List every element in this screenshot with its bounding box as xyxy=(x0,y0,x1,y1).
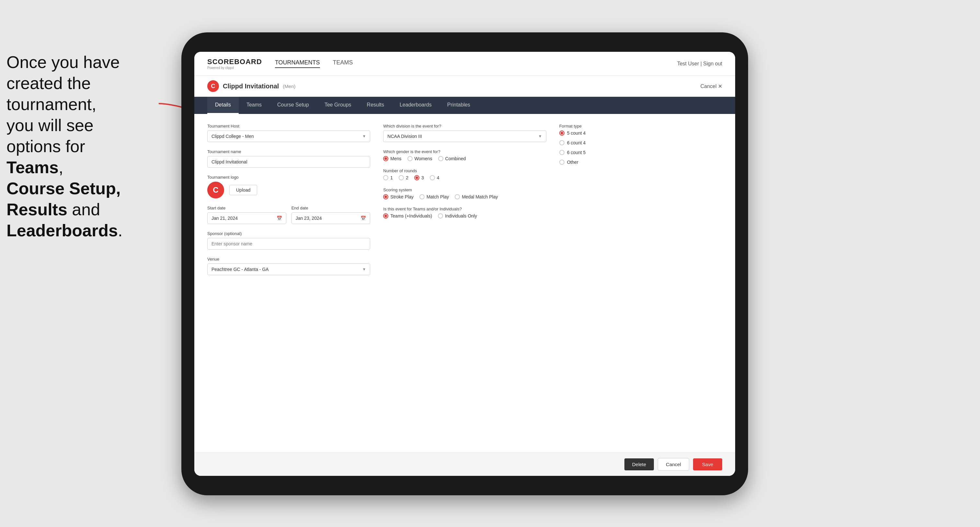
gender-combined-radio[interactable] xyxy=(438,156,443,161)
field-tournament-logo: Tournament logo C Upload xyxy=(207,175,370,198)
gender-mens-label: Mens xyxy=(390,156,401,161)
scoring-radio-group: Stroke Play Match Play Medal Match Play xyxy=(383,194,546,199)
end-date-field: End date Jan 23, 2024 📅 xyxy=(291,206,371,224)
individuals-only-radio[interactable] xyxy=(438,213,443,219)
scoring-stroke-radio[interactable] xyxy=(383,194,388,199)
rounds-radio-group: 1 2 3 4 xyxy=(383,175,546,180)
rounds-1[interactable]: 1 xyxy=(383,175,393,180)
save-button[interactable]: Save xyxy=(693,459,722,470)
tab-printables[interactable]: Printables xyxy=(439,97,478,114)
rounds-1-radio[interactable] xyxy=(383,175,388,180)
rounds-3[interactable]: 3 xyxy=(414,175,424,180)
gender-combined[interactable]: Combined xyxy=(438,156,466,161)
scoring-label: Scoring system xyxy=(383,187,546,192)
tab-results[interactable]: Results xyxy=(359,97,392,114)
format-5count4[interactable]: 5 count 4 xyxy=(559,130,722,136)
logo-subtitle: Powered by clippd xyxy=(207,66,262,70)
rounds-2-label: 2 xyxy=(406,175,408,180)
gender-womens[interactable]: Womens xyxy=(407,156,432,161)
tournament-tag: (Men) xyxy=(283,84,295,89)
format-6count4-label: 6 count 4 xyxy=(567,140,586,145)
scoring-stroke[interactable]: Stroke Play xyxy=(383,194,414,199)
format-6count5-radio[interactable] xyxy=(559,150,565,155)
logo-circle: C xyxy=(207,182,224,198)
tournament-name-input[interactable]: Clippd Invitational xyxy=(207,156,370,168)
division-arrow: ▼ xyxy=(538,134,542,138)
tab-teams[interactable]: Teams xyxy=(239,97,269,114)
rounds-2[interactable]: 2 xyxy=(399,175,408,180)
date-row: Start date Jan 21, 2024 📅 End date Jan 2… xyxy=(207,206,370,224)
form-col-2: Which division is the event for? NCAA Di… xyxy=(383,124,546,443)
tournament-icon: C xyxy=(207,80,219,92)
scoring-match[interactable]: Match Play xyxy=(419,194,449,199)
top-nav: SCOREBOARD Powered by clippd TOURNAMENTS… xyxy=(194,52,735,76)
scoring-match-label: Match Play xyxy=(426,194,449,199)
teams-label: Is this event for Teams and/or Individua… xyxy=(383,206,546,211)
format-other[interactable]: Other xyxy=(559,160,722,165)
scoring-stroke-label: Stroke Play xyxy=(390,194,414,199)
rounds-3-radio[interactable] xyxy=(414,175,419,180)
cancel-header-button[interactable]: Cancel ✕ xyxy=(700,83,722,89)
scoring-medal-radio[interactable] xyxy=(455,194,460,199)
upload-button[interactable]: Upload xyxy=(229,185,257,195)
division-input[interactable]: NCAA Division III ▼ xyxy=(383,130,546,142)
delete-button[interactable]: Delete xyxy=(624,459,654,470)
format-6count4[interactable]: 6 count 4 xyxy=(559,140,722,145)
gender-mens[interactable]: Mens xyxy=(383,156,401,161)
tab-tee-groups[interactable]: Tee Groups xyxy=(317,97,359,114)
tournament-header: C Clippd Invitational (Men) Cancel ✕ xyxy=(194,76,735,97)
individuals-only[interactable]: Individuals Only xyxy=(438,213,477,219)
nav-teams[interactable]: TEAMS xyxy=(333,59,353,68)
rounds-3-label: 3 xyxy=(422,175,424,180)
sponsor-input[interactable] xyxy=(207,238,370,249)
tab-course-setup[interactable]: Course Setup xyxy=(269,97,317,114)
venue-arrow: ▼ xyxy=(362,267,366,271)
bottom-bar: Delete Cancel Save xyxy=(194,452,735,476)
tournament-host-arrow: ▼ xyxy=(362,134,366,138)
format-6count5[interactable]: 6 count 5 xyxy=(559,150,722,155)
tournament-title-row: C Clippd Invitational (Men) xyxy=(207,80,296,92)
start-date-input[interactable]: Jan 21, 2024 📅 xyxy=(207,212,286,224)
field-venue: Venue Peachtree GC - Atlanta - GA ▼ xyxy=(207,257,370,275)
field-tournament-name: Tournament name Clippd Invitational xyxy=(207,149,370,168)
individuals-only-label: Individuals Only xyxy=(445,213,477,219)
tab-details[interactable]: Details xyxy=(207,97,239,114)
gender-womens-radio[interactable] xyxy=(407,156,413,161)
format-5count4-radio[interactable] xyxy=(559,130,565,136)
tournament-host-input[interactable]: Clippd College - Men ▼ xyxy=(207,130,370,142)
teams-plus-individuals[interactable]: Teams (+Individuals) xyxy=(383,213,432,219)
teams-radio-group: Teams (+Individuals) Individuals Only xyxy=(383,213,546,219)
tournament-logo-label: Tournament logo xyxy=(207,175,370,179)
rounds-4-radio[interactable] xyxy=(430,175,435,180)
field-tournament-host: Tournament Host Clippd College - Men ▼ xyxy=(207,124,370,142)
rounds-2-radio[interactable] xyxy=(399,175,404,180)
division-value: NCAA Division III xyxy=(387,134,422,139)
scoring-medal[interactable]: Medal Match Play xyxy=(455,194,498,199)
format-other-radio[interactable] xyxy=(559,160,565,165)
nav-tournaments[interactable]: TOURNAMENTS xyxy=(275,59,320,68)
end-date-calendar-icon: 📅 xyxy=(360,216,366,221)
scoring-match-radio[interactable] xyxy=(419,194,425,199)
cancel-button[interactable]: Cancel xyxy=(658,458,689,471)
form-grid: Tournament Host Clippd College - Men ▼ T… xyxy=(207,124,722,443)
field-format-type: Format type 5 count 4 6 count 4 xyxy=(559,124,722,165)
field-sponsor: Sponsor (optional) xyxy=(207,231,370,249)
sponsor-label: Sponsor (optional) xyxy=(207,231,370,236)
user-area[interactable]: Test User | Sign out xyxy=(677,61,722,67)
teams-plus-radio[interactable] xyxy=(383,213,388,219)
form-col-3: Format type 5 count 4 6 count 4 xyxy=(559,124,722,443)
format-6count4-radio[interactable] xyxy=(559,140,565,145)
tab-leaderboards[interactable]: Leaderboards xyxy=(392,97,439,114)
end-date-input[interactable]: Jan 23, 2024 📅 xyxy=(291,212,371,224)
start-date-label: Start date xyxy=(207,206,286,210)
venue-input[interactable]: Peachtree GC - Atlanta - GA ▼ xyxy=(207,264,370,275)
rounds-1-label: 1 xyxy=(390,175,393,180)
nav-links: TOURNAMENTS TEAMS xyxy=(275,59,353,68)
nav-left: SCOREBOARD Powered by clippd TOURNAMENTS… xyxy=(207,58,353,70)
format-5count4-label: 5 count 4 xyxy=(567,130,586,136)
content-area: Tournament Host Clippd College - Men ▼ T… xyxy=(194,114,735,452)
gender-mens-radio[interactable] xyxy=(383,156,388,161)
rounds-4[interactable]: 4 xyxy=(430,175,439,180)
field-teams-individuals: Is this event for Teams and/or Individua… xyxy=(383,206,546,219)
logo-title: SCOREBOARD xyxy=(207,58,262,66)
